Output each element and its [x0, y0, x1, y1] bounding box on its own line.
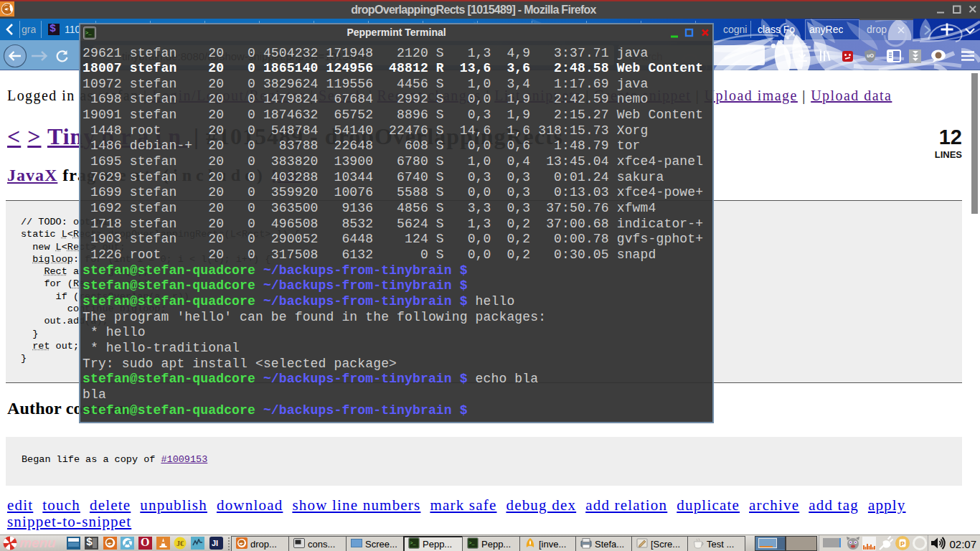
svg-text:P: P: [900, 540, 905, 547]
svg-text:J€: J€: [176, 540, 184, 547]
svg-text:>_: >_: [469, 541, 475, 546]
svg-text:>_: >_: [85, 30, 92, 36]
svg-text:uO: uO: [867, 53, 874, 58]
svg-text:>_: >_: [410, 541, 416, 546]
